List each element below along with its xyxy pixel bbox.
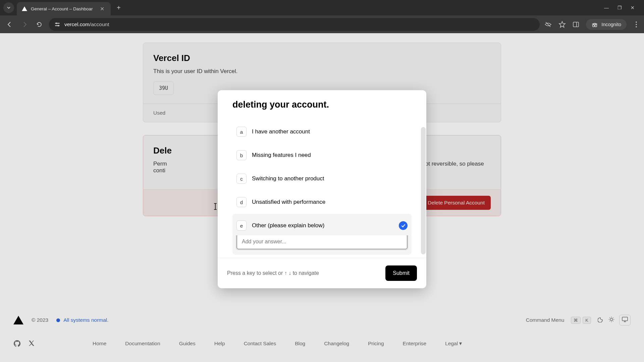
tab-bar: General – Account – Dashboar ✕ + — ❐ ✕ [0, 0, 644, 15]
option-label: I have another account [252, 128, 408, 135]
submit-button[interactable]: Submit [385, 265, 417, 281]
bookmark-star-icon[interactable] [558, 21, 566, 28]
minimize-button[interactable]: — [604, 5, 609, 10]
svg-point-6 [593, 25, 595, 27]
close-window-button[interactable]: ✕ [631, 5, 635, 10]
eye-off-icon[interactable] [544, 21, 552, 28]
url-input[interactable]: vercel.com/account [49, 18, 540, 31]
svg-point-11 [636, 26, 637, 27]
browser-chrome: General – Account – Dashboar ✕ + — ❐ ✕ v… [0, 0, 644, 33]
tab-close-button[interactable]: ✕ [98, 5, 106, 13]
incognito-icon [591, 22, 598, 27]
maximize-button[interactable]: ❐ [618, 5, 622, 10]
back-button[interactable] [5, 19, 15, 29]
option-label: Unsatisfied with performance [252, 199, 408, 205]
browser-tab[interactable]: General – Account – Dashboar ✕ [17, 2, 111, 15]
arrow-left-icon [6, 21, 13, 28]
reason-option-a[interactable]: a I have another account [232, 120, 412, 143]
incognito-badge[interactable]: Incognito [586, 19, 627, 30]
reload-icon [36, 21, 43, 28]
option-key: b [236, 150, 247, 160]
other-reason-input[interactable] [236, 234, 408, 249]
new-tab-button[interactable]: + [113, 3, 124, 13]
option-key: e [236, 221, 247, 231]
svg-point-10 [636, 24, 637, 25]
window-controls: — ❐ ✕ [604, 5, 641, 10]
url-text: vercel.com/account [64, 21, 109, 27]
other-reason-input-wrap [232, 234, 412, 255]
forward-button[interactable] [19, 19, 30, 29]
reason-option-d[interactable]: d Unsatisfied with performance [232, 190, 412, 214]
option-label: Missing features I need [252, 152, 408, 159]
vercel-favicon-icon [21, 6, 28, 12]
reason-option-e[interactable]: e Other (please explain below) [232, 214, 412, 235]
option-label: Switching to another product [252, 175, 408, 182]
address-bar: vercel.com/account Incognito [0, 15, 644, 33]
arrow-right-icon [21, 21, 28, 28]
modal-scrollbar[interactable] [421, 127, 426, 254]
side-panel-icon[interactable] [573, 21, 579, 28]
keyboard-hint: Press a key to select or ↑ ↓ to navigate [227, 270, 319, 276]
svg-rect-4 [573, 22, 579, 27]
site-settings-icon[interactable] [54, 21, 60, 27]
reload-button[interactable] [34, 19, 44, 29]
svg-point-7 [595, 25, 597, 27]
delete-reason-modal: deleting your account. a I have another … [218, 90, 426, 288]
option-key: a [236, 127, 247, 137]
chevron-down-icon [7, 6, 11, 10]
svg-point-3 [58, 25, 59, 26]
modal-title: deleting your account. [232, 90, 412, 120]
modal-overlay[interactable]: deleting your account. a I have another … [0, 33, 644, 362]
reason-option-b[interactable]: b Missing features I need [232, 143, 412, 167]
option-key: c [236, 174, 247, 184]
tab-title: General – Account – Dashboar [31, 6, 95, 11]
modal-footer: Press a key to select or ↑ ↓ to navigate… [218, 258, 426, 288]
kebab-menu-icon[interactable] [633, 21, 639, 27]
checkmark-icon [399, 221, 408, 230]
option-key: d [236, 197, 247, 207]
svg-point-9 [636, 21, 637, 23]
svg-point-2 [56, 22, 57, 24]
option-label: Other (please explain below) [252, 222, 393, 229]
reason-option-c[interactable]: c Switching to another product [232, 167, 412, 190]
page-body: Vercel ID This is your user ID within Ve… [0, 33, 644, 362]
tab-search-dropdown[interactable] [3, 2, 14, 13]
